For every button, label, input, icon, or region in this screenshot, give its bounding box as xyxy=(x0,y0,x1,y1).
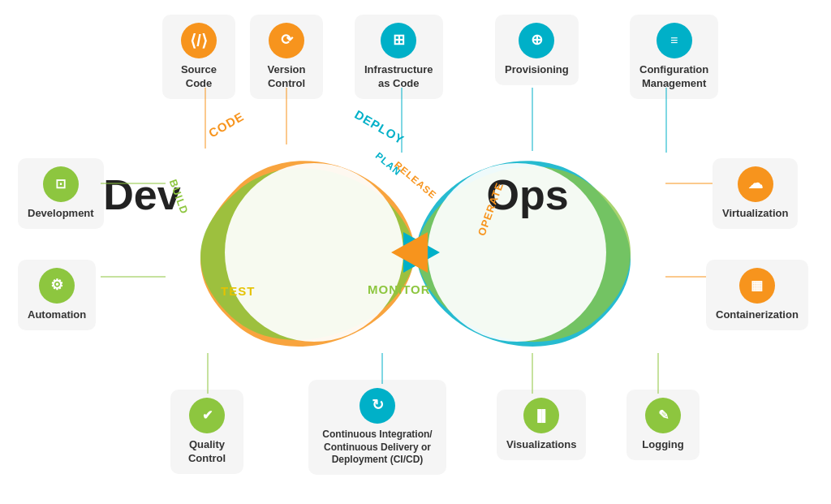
monitor-label: MONITOR xyxy=(368,282,431,296)
automation-label: Automation xyxy=(28,308,86,321)
configuration-icon: ≡ xyxy=(657,23,692,58)
version-control-icon: ⟳ xyxy=(269,23,304,58)
logging-card: ✎ Logging xyxy=(626,390,700,460)
version-control-card: ⟳ VersionControl xyxy=(250,15,323,99)
visualizations-icon: ▐▌ xyxy=(523,398,559,433)
version-control-label: VersionControl xyxy=(268,63,306,89)
development-icon: ⊡ xyxy=(43,166,79,202)
version-control-line xyxy=(286,88,287,144)
configuration-card: ≡ ConfigurationManagement xyxy=(630,15,718,99)
virtualization-icon: ☁ xyxy=(738,166,773,202)
development-line xyxy=(101,183,166,184)
provisioning-label: Provisioning xyxy=(505,63,569,75)
virtualization-label: Virtualization xyxy=(722,207,788,219)
automation-icon: ⚙ xyxy=(39,268,75,304)
automation-card: ⚙ Automation xyxy=(18,260,96,330)
containerization-card: ▦ Containerization xyxy=(706,260,808,330)
virtualization-line xyxy=(665,183,713,184)
infrastructure-label: Infrastructureas Code xyxy=(364,63,433,89)
provisioning-card: ⊕ Provisioning xyxy=(495,15,579,85)
quality-control-line xyxy=(207,353,209,394)
source-code-card: ⟨/⟩ SourceCode xyxy=(162,15,235,99)
infinity-shape xyxy=(172,106,659,398)
source-code-label: SourceCode xyxy=(181,63,217,89)
infrastructure-card: ⊞ Infrastructureas Code xyxy=(355,15,443,99)
cicd-card: ↻ Continuous Integration/Continuous Deli… xyxy=(308,380,446,475)
visualizations-label: Visualizations xyxy=(506,438,576,450)
infrastructure-icon: ⊞ xyxy=(381,23,416,58)
quality-control-label: QualityControl xyxy=(188,438,226,464)
containerization-line xyxy=(665,276,706,278)
containerization-label: Containerization xyxy=(716,308,799,321)
automation-line xyxy=(101,276,166,278)
visualizations-line xyxy=(532,353,533,394)
source-code-line xyxy=(205,88,206,149)
cicd-icon: ↻ xyxy=(360,388,395,424)
development-card: ⊡ Development xyxy=(18,158,104,229)
infrastructure-line xyxy=(401,88,403,153)
visualizations-card: ▐▌ Visualizations xyxy=(497,390,586,460)
logging-icon: ✎ xyxy=(645,398,681,433)
dev-label: Dev xyxy=(103,170,180,219)
svg-point-0 xyxy=(225,163,403,342)
virtualization-card: ☁ Virtualization xyxy=(713,158,798,229)
cicd-label: Continuous Integration/Continuous Delive… xyxy=(322,429,432,465)
cicd-line xyxy=(381,353,383,384)
source-code-icon: ⟨/⟩ xyxy=(181,23,217,58)
quality-control-card: ✔ QualityControl xyxy=(170,390,243,474)
test-label: TEST xyxy=(221,284,255,298)
development-label: Development xyxy=(28,207,94,219)
diagram-container: Dev Ops CODE BUILD TEST DEPLOY OPERATE M… xyxy=(0,0,831,504)
configuration-line xyxy=(665,88,667,153)
provisioning-icon: ⊕ xyxy=(519,23,554,58)
configuration-label: ConfigurationManagement xyxy=(639,63,708,89)
containerization-icon: ▦ xyxy=(739,268,775,304)
logging-line xyxy=(657,353,659,394)
logging-label: Logging xyxy=(642,438,683,450)
quality-control-icon: ✔ xyxy=(189,398,225,433)
provisioning-line xyxy=(532,88,533,151)
